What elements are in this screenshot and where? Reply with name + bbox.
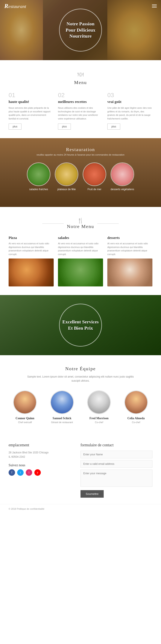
menu-section-title: Menu	[8, 80, 153, 85]
salades-food-title: salades	[58, 236, 103, 240]
twitter-icon[interactable]: t	[17, 469, 24, 476]
header-line-right	[97, 224, 119, 224]
salades-food-image	[58, 258, 103, 286]
role-connor: Chef exécutif	[18, 421, 32, 424]
emplacement-section: emplacement 28 Jackson Blvd Ste 1020 Chi…	[8, 443, 80, 498]
circle-desserts-label: desserts végétaliens	[111, 188, 134, 191]
circle-plateaux-label: plateaux de fête	[57, 188, 76, 191]
plateaux-img-inner	[55, 163, 78, 186]
avatar-celia	[124, 390, 148, 414]
menu-btn-1[interactable]: plus	[8, 124, 21, 130]
footer: © 2018 Politique de confidentialité	[0, 504, 161, 513]
menu-col-3: 03 vrai goût Une pâte de blé agre légère…	[107, 92, 153, 130]
header-line-left	[42, 224, 64, 224]
pizza-title: Pizza	[8, 236, 54, 240]
facebook-icon[interactable]: f	[8, 469, 15, 476]
notre-menu-title: Notre Menu	[67, 224, 94, 229]
contact-message-input[interactable]	[80, 470, 153, 487]
circle-desserts-img	[111, 162, 134, 186]
notre-menu-title-wrap: 🍴 Notre Menu	[67, 218, 94, 229]
menu-btn-2[interactable]: plus	[58, 124, 71, 130]
circle-fruit-label: Fruit de mer	[88, 188, 102, 191]
pizza-image	[8, 258, 54, 286]
menu-num-1: 01	[8, 92, 54, 99]
restauration-circles: salades fraîches plateaux de fête Fruit …	[27, 162, 134, 191]
circle-fruit-mer[interactable]: Fruit de mer	[83, 162, 106, 191]
desserts-food-title: desserts	[107, 236, 153, 240]
notre-menu-header: 🍴 Notre Menu	[8, 218, 153, 229]
menu-icon: 🍽	[8, 71, 153, 78]
menu-title-3: vrai goût	[107, 100, 153, 104]
contact-section: formulaire de contact Soumettre	[80, 443, 153, 498]
equipe-desc: Sample text. Lorem ipsum dolor sit amet,…	[27, 375, 134, 383]
equipe-grid: Connor Quinn Chef exécutif Samuel Schick…	[8, 390, 153, 424]
role-fred: Co-chef	[95, 421, 103, 424]
menu-title-2: meilleures recettes	[58, 100, 103, 104]
menu-desc-1: Nous servons des plats préparés de la pl…	[8, 106, 54, 120]
avatar-img-samuel	[51, 391, 73, 414]
menu-col-1: 01 haute qualité Nous servons des plats …	[8, 92, 54, 130]
avatar-fred	[87, 390, 111, 414]
menu-section: 🍽 Menu 01 haute qualité Nous servons des…	[0, 60, 161, 138]
menu-col-2: 02 meilleures recettes Nous utilisons de…	[58, 92, 103, 130]
notre-menu-item-desserts: desserts At vero eos et accusamus et ius…	[107, 236, 153, 286]
avatar-img-connor	[14, 391, 36, 414]
desserts-img-inner	[111, 163, 134, 186]
excellent-circle: Excellent Services Et Bien Prix	[59, 304, 102, 346]
salades-food-desc: At vero eos et accusamus et iusto odio d…	[58, 242, 103, 256]
notre-menu-section: 🍴 Notre Menu Pizza At vero eos et accusa…	[0, 207, 161, 295]
emplacement-title: emplacement	[8, 443, 80, 448]
logo-r: R	[4, 2, 8, 9]
circle-plateaux-img	[55, 162, 78, 186]
restauration-section: Restauration veuillez appeler au moins 2…	[0, 138, 161, 207]
menu-num-2: 02	[58, 92, 103, 99]
salades-img-inner	[27, 163, 50, 186]
role-celia: Co-chef	[132, 421, 140, 424]
hero-text: Notre Passion Pour Délicieux Nourriture	[60, 19, 101, 42]
hero-title: Notre Passion Pour Délicieux Nourriture	[62, 21, 99, 39]
notre-menu-item-salades: salades At vero eos et accusamus et iust…	[58, 236, 103, 286]
circle-plateaux[interactable]: plateaux de fête	[55, 162, 78, 191]
hamburger-menu[interactable]	[152, 4, 157, 8]
equipe-member-1: Connor Quinn Chef exécutif	[8, 390, 41, 424]
circle-salades-img	[27, 162, 50, 186]
name-fred: Fred Morrison	[90, 417, 109, 420]
notre-menu-item-pizza: Pizza At vero eos et accusamus et iusto …	[8, 236, 54, 286]
name-samuel: Samuel Schick	[53, 417, 71, 420]
restauration-subtitle: veuillez appeler au moins 24 heures à l'…	[36, 154, 125, 156]
menu-btn-3[interactable]: plus	[107, 124, 120, 130]
equipe-section: Notre Équipe Sample text. Lorem ipsum do…	[0, 355, 161, 432]
circle-salades[interactable]: salades fraîches	[27, 162, 50, 191]
avatar-img-celia	[125, 391, 147, 414]
fruit-img-inner	[83, 163, 106, 186]
excellent-title: Excellent Services Et Bien Prix	[62, 319, 99, 331]
youtube-icon[interactable]: y	[34, 469, 41, 476]
contact-name-input[interactable]	[80, 450, 153, 458]
suivez-title: Suivez nous	[8, 463, 80, 467]
equipe-title: Notre Équipe	[8, 366, 153, 372]
role-samuel: Gérant de restaurant	[51, 421, 73, 424]
name-celia: Celia Almeda	[128, 417, 145, 420]
excellent-text: Excellent Services Et Bien Prix	[60, 317, 101, 333]
social-icons: f t i y	[8, 469, 80, 476]
contact-email-input[interactable]	[80, 460, 153, 468]
name-connor: Connor Quinn	[16, 417, 34, 420]
restauration-title: Restauration	[66, 147, 95, 152]
avatar-connor	[13, 390, 37, 414]
circle-desserts[interactable]: desserts végétaliens	[111, 162, 134, 191]
excellent-section: Excellent Services Et Bien Prix	[0, 295, 161, 355]
notre-menu-icon: 🍴	[67, 218, 94, 224]
avatar-samuel	[50, 390, 74, 414]
logo: Restaurant	[4, 2, 26, 10]
equipe-member-4: Celia Almeda Co-chef	[120, 390, 153, 424]
footer-copyright: © 2018 Politique de confidentialité	[8, 508, 153, 510]
menu-num-3: 03	[107, 92, 153, 99]
desserts-food-image	[107, 258, 153, 286]
submit-button[interactable]: Soumettre	[80, 490, 104, 498]
desserts-food-desc: At vero eos et accusamus et iusto odio d…	[107, 242, 153, 256]
header: Restaurant	[0, 0, 161, 12]
instagram-icon[interactable]: i	[26, 469, 32, 476]
menu-grid: 01 haute qualité Nous servons des plats …	[8, 92, 153, 130]
circle-fruit-img	[83, 162, 106, 186]
equipe-member-2: Samuel Schick Gérant de restaurant	[46, 390, 79, 424]
